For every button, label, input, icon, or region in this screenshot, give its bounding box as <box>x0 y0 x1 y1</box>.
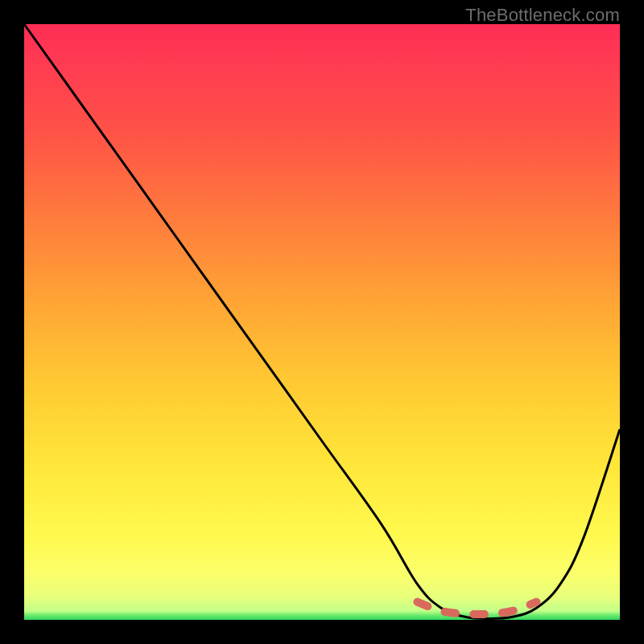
watermark-text: TheBottleneck.com <box>465 5 620 26</box>
plot-area <box>24 24 620 620</box>
chart-frame: TheBottleneck.com <box>0 0 644 644</box>
curve-layer <box>24 24 620 620</box>
bottleneck-curve <box>24 24 620 619</box>
